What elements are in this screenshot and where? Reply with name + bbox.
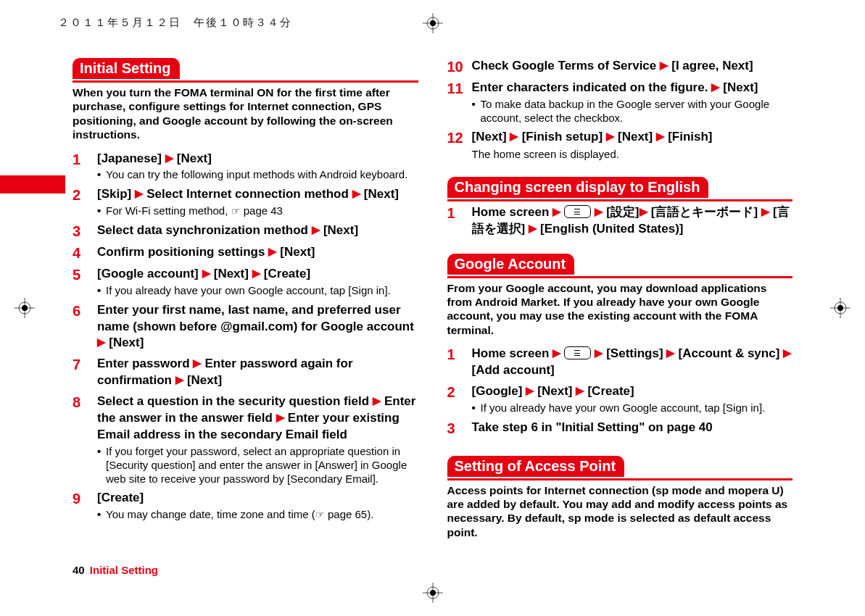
arrow-icon: ▶ bbox=[202, 267, 211, 279]
step: 1Home screen ▶ ▶ [Settings] ▶ [Account &… bbox=[447, 346, 793, 379]
step-note: You can try the following input methods … bbox=[97, 168, 418, 182]
step: 2[Google] ▶ [Next] ▶ [Create]If you alre… bbox=[447, 383, 793, 415]
header-timestamp: ２０１１年５月１２日 午後１０時３４分 bbox=[58, 16, 292, 30]
page-ref-icon: ☞ bbox=[315, 509, 325, 522]
step-text-fragment: [Next] bbox=[183, 373, 222, 387]
intro-initial-setting: When you turn the FOMA terminal ON for t… bbox=[73, 86, 418, 142]
registration-mark-top bbox=[423, 13, 443, 33]
step-note: If you forget your password, select an a… bbox=[97, 445, 418, 486]
section-rule bbox=[73, 80, 418, 83]
step-text-fragment: Select data synchronization method bbox=[97, 223, 312, 237]
step-text-fragment: Confirm positioning settings bbox=[97, 245, 268, 259]
step: 11Enter characters indicated on the figu… bbox=[447, 80, 793, 125]
step-text-fragment: [Next] bbox=[534, 384, 576, 398]
section-rule bbox=[447, 276, 793, 278]
step-text-fragment: [Finish] bbox=[664, 130, 712, 143]
step-text-fragment: Home screen bbox=[472, 346, 553, 360]
step-text-fragment: [English (United States)] bbox=[537, 222, 683, 236]
arrow-icon: ▶ bbox=[529, 222, 537, 234]
arrow-icon: ▶ bbox=[595, 346, 603, 359]
step-text-fragment: [Next] bbox=[277, 245, 315, 259]
step-text: [Skip] ▶ Select Internet connection meth… bbox=[97, 186, 418, 203]
step-text-fragment: [Google account] bbox=[97, 267, 202, 280]
page-ref-icon: ☞ bbox=[231, 205, 241, 218]
arrow-icon: ▶ bbox=[552, 346, 561, 359]
step: 2[Skip] ▶ Select Internet connection met… bbox=[73, 186, 418, 218]
step-text: [Next] ▶ [Finish setup] ▶ [Next] ▶ [Fini… bbox=[472, 129, 793, 146]
step-text-fragment: Enter your first name, last name, and pr… bbox=[97, 303, 414, 333]
step-note: For Wi-Fi setting method, ☞ page 43 bbox=[97, 204, 418, 218]
arrow-icon: ▶ bbox=[268, 245, 277, 257]
step-number: 2 bbox=[447, 383, 472, 415]
step-text: Enter characters indicated on the figure… bbox=[472, 80, 793, 96]
arrow-icon: ▶ bbox=[656, 130, 665, 142]
arrow-icon: ▶ bbox=[165, 151, 174, 164]
section-title-access: Setting of Access Point bbox=[447, 456, 625, 477]
menu-button-icon bbox=[564, 346, 591, 359]
step-body: Enter characters indicated on the figure… bbox=[472, 80, 793, 125]
step-body: Take step 6 in "Initial Setting" on page… bbox=[472, 420, 793, 437]
step-text-fragment: [設定] bbox=[603, 205, 639, 219]
page-footer: 40 Initial Setting bbox=[73, 564, 158, 576]
step-text-fragment: [Next] bbox=[614, 130, 656, 143]
section-rule bbox=[447, 199, 793, 201]
step-text-fragment: [Next] bbox=[720, 80, 758, 94]
step-text-fragment: [Google] bbox=[472, 384, 526, 398]
step-note: You may change date, time zone and time … bbox=[97, 508, 418, 522]
step-text: [Create] bbox=[97, 490, 418, 507]
step-body: Check Google Terms of Service ▶ [I agree… bbox=[472, 58, 793, 75]
step-number: 8 bbox=[73, 394, 97, 486]
step-number: 10 bbox=[447, 58, 472, 75]
step-text-fragment: Home screen bbox=[472, 205, 553, 219]
step-body: Home screen ▶ ▶ [設定]▶ [言語とキーボード] ▶ [言語を選… bbox=[472, 204, 793, 238]
step-text: Home screen ▶ ▶ [Settings] ▶ [Account & … bbox=[472, 346, 793, 379]
step-note: If you already have your own Google acco… bbox=[472, 401, 793, 415]
step-text-fragment: [Create] bbox=[584, 384, 634, 398]
arrow-icon: ▶ bbox=[666, 346, 675, 359]
registration-mark-right bbox=[830, 298, 850, 318]
footer-section: Initial Setting bbox=[90, 564, 158, 576]
side-tab bbox=[0, 175, 65, 193]
step: 9[Create]You may change date, time zone … bbox=[73, 490, 418, 522]
registration-mark-left bbox=[15, 298, 35, 318]
arrow-icon: ▶ bbox=[175, 373, 184, 386]
arrow-icon: ▶ bbox=[660, 59, 669, 71]
step-text-fragment: [Next] bbox=[320, 223, 358, 237]
step-text-fragment: Enter password bbox=[97, 357, 193, 370]
step-text-fragment: [Create] bbox=[260, 267, 310, 280]
step-text: Select a question in the security questi… bbox=[97, 394, 418, 444]
step: 6Enter your first name, last name, and p… bbox=[73, 302, 418, 352]
step-body: Confirm positioning settings ▶ [Next] bbox=[97, 244, 418, 262]
section-title-initial-setting: Initial Setting bbox=[73, 58, 180, 79]
step-number: 1 bbox=[73, 151, 97, 183]
step-number: 2 bbox=[73, 186, 97, 218]
step-body: [Japanese] ▶ [Next]You can try the follo… bbox=[97, 151, 418, 183]
step-text-fragment: Check Google Terms of Service bbox=[472, 59, 661, 72]
step-text-fragment: [Finish setup] bbox=[518, 130, 606, 143]
arrow-icon: ▶ bbox=[352, 187, 361, 199]
step-text-fragment: [Next] bbox=[210, 267, 252, 280]
step-text: Enter password ▶ Enter password again fo… bbox=[97, 356, 418, 389]
section-title-changing: Changing screen display to English bbox=[447, 177, 709, 198]
step: 4Confirm positioning settings ▶ [Next] bbox=[73, 244, 418, 262]
arrow-icon: ▶ bbox=[595, 205, 603, 217]
intro-google: From your Google account, you may downlo… bbox=[447, 281, 793, 338]
section-title-google: Google Account bbox=[447, 254, 575, 275]
step-text-fragment: For Wi-Fi setting method, bbox=[106, 204, 231, 217]
arrow-icon: ▶ bbox=[552, 205, 561, 217]
step: 10Check Google Terms of Service ▶ [I agr… bbox=[447, 58, 793, 75]
step-body: Enter your first name, last name, and pr… bbox=[97, 302, 418, 352]
arrow-icon: ▶ bbox=[276, 411, 285, 423]
arrow-icon: ▶ bbox=[640, 205, 648, 217]
step-text-fragment: [Skip] bbox=[97, 187, 135, 201]
right-column: 10Check Google Terms of Service ▶ [I agr… bbox=[447, 58, 793, 576]
step-text: Take step 6 in "Initial Setting" on page… bbox=[472, 420, 793, 436]
step-text-fragment: [Create] bbox=[97, 491, 144, 504]
step-text-fragment: Enter characters indicated on the figure… bbox=[472, 80, 712, 94]
step-text-fragment: Select Internet connection method bbox=[143, 187, 352, 201]
step-note: To make data backup in the Google server… bbox=[472, 98, 793, 125]
step: 3Take step 6 in "Initial Setting" on pag… bbox=[447, 420, 793, 437]
left-column: Initial Setting When you turn the FOMA t… bbox=[73, 58, 418, 576]
step: 8Select a question in the security quest… bbox=[73, 394, 418, 486]
step-body: [Skip] ▶ Select Internet connection meth… bbox=[97, 186, 418, 218]
